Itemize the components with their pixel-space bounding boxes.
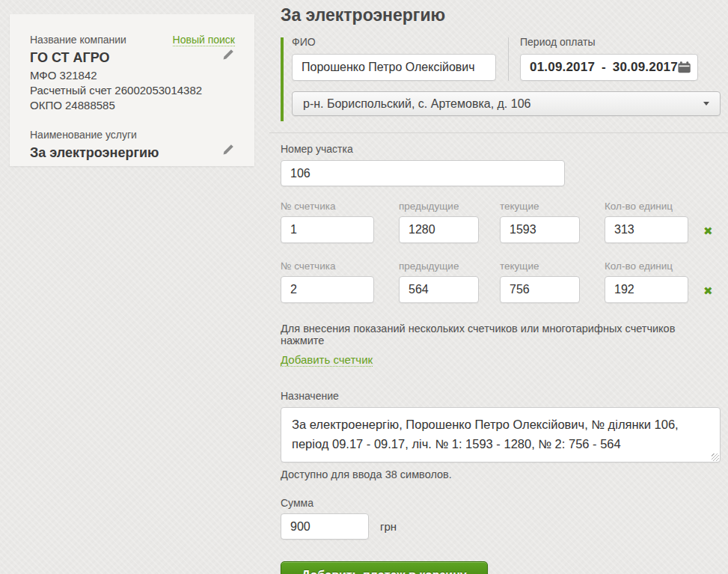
add-payment-button[interactable]: Добавить платеж в корзину — [281, 561, 488, 574]
units-count-input[interactable] — [605, 276, 688, 303]
edit-service-icon[interactable] — [221, 143, 235, 156]
period-range-picker[interactable]: 01.09.2017 - 30.09.2017 — [520, 54, 698, 81]
period-from[interactable]: 01.09.2017 — [530, 60, 595, 75]
resize-grip[interactable] — [712, 454, 719, 461]
company-mfo: МФО 321842 — [30, 68, 235, 83]
currency-label: грн — [380, 520, 397, 533]
counter-row: № счетчика предыдущие текущие Кол-во еди… — [281, 201, 721, 243]
add-counter-link[interactable]: Добавить счетчик — [281, 353, 373, 367]
remove-counter-icon[interactable]: ✖ — [703, 225, 713, 236]
plot-number-input[interactable] — [281, 160, 565, 186]
purpose-label: Назначение — [281, 390, 721, 402]
page-title: За электроэнергию — [281, 4, 721, 25]
chevron-down-icon — [703, 102, 709, 106]
units-count-input[interactable] — [605, 216, 688, 243]
amount-label: Сумма — [281, 497, 721, 509]
current-reading-input[interactable] — [500, 216, 580, 243]
counter-row: № счетчика предыдущие текущие Кол-во еди… — [281, 260, 721, 303]
plot-number-label: Номер участка — [281, 143, 721, 155]
period-label: Период оплаты — [520, 36, 721, 48]
purpose-textarea[interactable]: За електроенергію, Порошенко Петро Олекс… — [281, 407, 721, 462]
fio-input[interactable] — [292, 54, 496, 81]
previous-reading-label: предыдущие — [399, 201, 479, 212]
fio-label: ФИО — [292, 36, 496, 48]
remove-counter-icon[interactable]: ✖ — [703, 285, 713, 296]
previous-reading-input[interactable] — [399, 276, 479, 303]
service-name-label: Наименование услуги — [30, 129, 137, 141]
period-dash: - — [602, 60, 606, 75]
new-search-link[interactable]: Новый поиск — [173, 34, 235, 46]
amount-input[interactable] — [281, 513, 369, 540]
edit-company-icon[interactable] — [221, 48, 235, 61]
chars-available-hint: Доступно для ввода 38 символов. — [281, 468, 721, 480]
payer-section: ФИО Период оплаты 01.09.2017 - 30.09.201… — [281, 36, 721, 116]
payment-form: За электроэнергию ФИО Период оплаты 01.0… — [281, 0, 721, 574]
current-reading-input[interactable] — [500, 276, 580, 303]
company-okpo: ОКПО 24888585 — [30, 98, 235, 113]
current-reading-label: текущие — [500, 201, 580, 212]
service-name: За электроэнергию — [30, 145, 159, 161]
units-count-label: Кол-во единиц — [605, 201, 688, 212]
calendar-icon[interactable] — [678, 61, 691, 74]
previous-reading-input[interactable] — [399, 216, 479, 243]
company-account: Расчетный счет 26002053014382 — [30, 83, 235, 98]
counter-number-input[interactable] — [281, 216, 374, 243]
previous-reading-label: предыдущие — [399, 260, 479, 272]
address-value: р-н. Бориспольский, с. Артемовка, д. 106 — [303, 97, 530, 111]
address-dropdown[interactable]: р-н. Бориспольский, с. Артемовка, д. 106 — [292, 91, 721, 116]
company-name: ГО СТ АГРО — [30, 50, 110, 66]
current-reading-label: текущие — [500, 260, 580, 272]
multi-counter-hint: Для внесения показаний нескольких счетчи… — [281, 323, 721, 346]
company-card: Название компании Новый поиск ГО СТ АГРО… — [10, 14, 254, 166]
accent-bar — [281, 37, 284, 121]
units-count-label: Кол-во единиц — [605, 260, 688, 272]
counter-number-label: № счетчика — [281, 201, 374, 212]
vertical-divider — [508, 37, 509, 81]
counter-number-label: № счетчика — [281, 260, 374, 272]
counter-number-input[interactable] — [281, 276, 374, 303]
period-to[interactable]: 30.09.2017 — [613, 60, 678, 75]
company-name-label: Название компании — [30, 34, 126, 46]
